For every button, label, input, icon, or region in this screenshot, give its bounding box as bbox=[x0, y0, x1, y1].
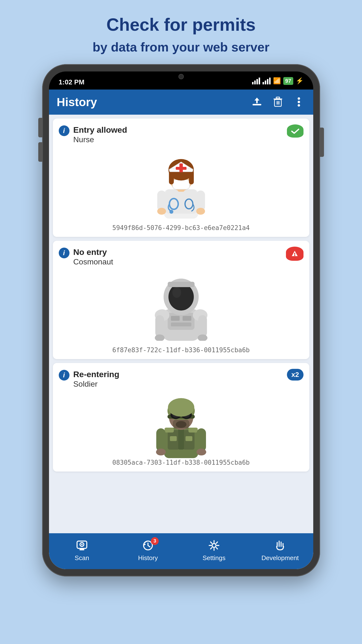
badge-label-x2: x2 bbox=[291, 371, 299, 378]
signal-icon bbox=[252, 78, 260, 84]
phone-screen: History bbox=[49, 90, 313, 569]
nav-item-history[interactable]: 3 History bbox=[115, 533, 181, 569]
svg-point-72 bbox=[168, 398, 194, 417]
card-person-cosmonaut: Cosmonaut bbox=[73, 257, 113, 266]
status-badge-allowed bbox=[287, 124, 304, 138]
card-image-cosmonaut bbox=[53, 266, 309, 344]
volume-button-down[interactable] bbox=[38, 142, 42, 162]
info-icon-cosmonaut: i bbox=[59, 248, 69, 258]
card-status-soldier: Re-entering bbox=[73, 369, 119, 380]
more-icon bbox=[297, 96, 300, 107]
history-card-soldier[interactable]: i Re-entering Soldier x2 bbox=[53, 363, 309, 472]
cosmonaut-illustration bbox=[149, 270, 213, 341]
svg-rect-34 bbox=[294, 253, 295, 255]
app-bar: History bbox=[49, 90, 313, 115]
nav-label-history: History bbox=[138, 554, 158, 562]
svg-point-61 bbox=[196, 448, 206, 456]
svg-point-14 bbox=[169, 210, 173, 214]
card-image-nurse bbox=[53, 144, 309, 222]
svg-rect-38 bbox=[171, 316, 180, 321]
svg-point-8 bbox=[298, 97, 300, 100]
svg-rect-29 bbox=[176, 167, 186, 170]
card-text-soldier: Re-entering Soldier bbox=[73, 369, 119, 388]
wifi-icon: 📶 bbox=[273, 77, 281, 85]
notch bbox=[164, 72, 198, 82]
nav-label-settings: Settings bbox=[203, 554, 226, 562]
svg-marker-2 bbox=[255, 98, 259, 100]
card-uuid-cosmonaut: 6f87e83f-722c-11df-b336-0011955cba6b bbox=[53, 344, 309, 359]
card-status-nurse: Entry allowed bbox=[73, 124, 127, 135]
info-icon-soldier: i bbox=[59, 370, 69, 380]
trash-icon bbox=[273, 96, 283, 107]
svg-rect-7 bbox=[278, 101, 279, 105]
power-button[interactable] bbox=[320, 128, 324, 157]
svg-rect-78 bbox=[79, 549, 84, 550]
card-info-soldier: i Re-entering Soldier bbox=[59, 369, 119, 388]
content-area: i Entry allowed Nurse bbox=[49, 115, 313, 533]
status-bar: 1:02 PM 📶 97 ⚡ bbox=[49, 72, 313, 90]
card-image-soldier bbox=[53, 388, 309, 457]
svg-rect-44 bbox=[198, 315, 207, 337]
svg-rect-57 bbox=[188, 428, 198, 432]
svg-point-81 bbox=[212, 544, 216, 548]
upload-icon bbox=[252, 96, 262, 107]
svg-rect-5 bbox=[275, 100, 281, 106]
soldier-illustration bbox=[149, 388, 213, 458]
svg-rect-37 bbox=[168, 313, 195, 330]
status-time: 1:02 PM bbox=[59, 76, 85, 86]
svg-point-77 bbox=[81, 544, 83, 545]
nurse-illustration bbox=[149, 148, 213, 218]
signal-icon-2 bbox=[263, 78, 271, 84]
charging-icon: ⚡ bbox=[296, 77, 304, 85]
card-person-soldier: Soldier bbox=[73, 380, 119, 388]
svg-point-10 bbox=[298, 104, 300, 106]
svg-rect-56 bbox=[165, 428, 174, 432]
scan-icon bbox=[75, 538, 89, 552]
nav-item-scan[interactable]: Scan bbox=[49, 533, 115, 569]
nav-item-settings[interactable]: Settings bbox=[181, 533, 247, 569]
info-icon-nurse: i bbox=[59, 126, 69, 136]
svg-point-50 bbox=[172, 287, 181, 298]
card-header-nurse: i Entry allowed Nurse bbox=[53, 118, 309, 144]
card-info-cosmonaut: i No entry Cosmonaut bbox=[59, 246, 113, 266]
battery-indicator: 97 bbox=[283, 77, 293, 85]
card-text-cosmonaut: No entry Cosmonaut bbox=[73, 246, 113, 266]
nav-item-development[interactable]: Development bbox=[247, 533, 313, 569]
svg-point-60 bbox=[156, 448, 166, 456]
development-icon bbox=[273, 538, 287, 552]
svg-rect-18 bbox=[173, 180, 190, 189]
svg-rect-4 bbox=[276, 97, 280, 98]
card-header-cosmonaut: i No entry Cosmonaut bbox=[53, 241, 309, 266]
camera-sensor bbox=[178, 74, 184, 79]
history-badge: 3 bbox=[151, 537, 159, 545]
volume-button[interactable] bbox=[38, 118, 42, 137]
svg-rect-58 bbox=[156, 428, 166, 452]
delete-button[interactable] bbox=[271, 96, 285, 108]
svg-point-33 bbox=[196, 208, 205, 215]
svg-rect-40 bbox=[171, 322, 191, 326]
svg-rect-43 bbox=[155, 315, 164, 337]
svg-point-71 bbox=[176, 421, 186, 428]
app-bar-actions bbox=[250, 96, 306, 108]
nav-label-development: Development bbox=[261, 554, 299, 562]
card-uuid-soldier: 08305aca-7303-11df-b338-0011955cba6b bbox=[53, 457, 309, 472]
card-info-nurse: i Entry allowed Nurse bbox=[59, 124, 127, 144]
status-icons: 📶 97 ⚡ bbox=[252, 77, 303, 85]
svg-point-9 bbox=[298, 101, 300, 103]
page-header: Check for permits by data from your web … bbox=[0, 0, 362, 64]
svg-rect-6 bbox=[277, 101, 278, 105]
status-badge-no-entry bbox=[286, 246, 304, 261]
check-icon bbox=[290, 127, 300, 135]
bottom-nav: Scan 3 History bbox=[49, 533, 313, 569]
upload-button[interactable] bbox=[250, 96, 264, 108]
svg-point-35 bbox=[294, 255, 295, 256]
history-card-nurse[interactable]: i Entry allowed Nurse bbox=[53, 118, 309, 237]
card-header-soldier: i Re-entering Soldier x2 bbox=[53, 363, 309, 388]
warning-icon bbox=[290, 249, 299, 258]
settings-icon bbox=[207, 538, 221, 552]
more-options-button[interactable] bbox=[292, 96, 306, 108]
svg-rect-39 bbox=[183, 316, 191, 321]
card-person-nurse: Nurse bbox=[73, 135, 127, 144]
history-card-cosmonaut[interactable]: i No entry Cosmonaut bbox=[53, 241, 309, 359]
svg-rect-0 bbox=[253, 104, 261, 106]
